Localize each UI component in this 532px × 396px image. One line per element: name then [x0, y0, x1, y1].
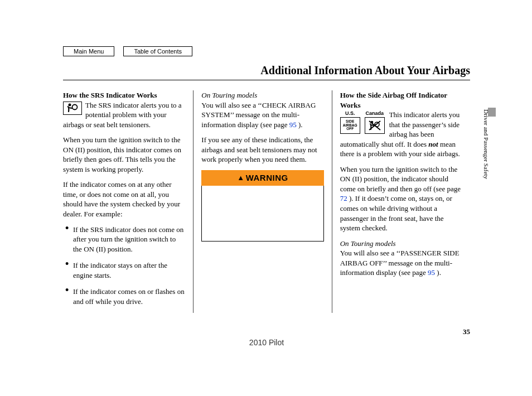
page-title: Additional Information About Your Airbag… [260, 64, 470, 76]
warning-body [201, 186, 323, 242]
list-item: If the indicator comes on or flashes on … [67, 287, 185, 306]
emphasis-not: not [428, 140, 438, 148]
side-airbag-off-canada-icon [365, 117, 385, 134]
touring-note-2: On Touring models [340, 239, 462, 249]
side-airbag-intro: U.S. SIDEAIRBAGOFF Canada [340, 110, 462, 159]
column-1: How the SRS Indicator Works The SRS indi… [63, 90, 193, 313]
page-link-95-b[interactable]: 95 [428, 268, 435, 277]
svg-point-0 [69, 103, 71, 106]
canada-icon-col: Canada [365, 110, 385, 134]
page-link-72[interactable]: 72 [340, 194, 347, 202]
column-3: How the Side Airbag Off Indicator Works … [332, 90, 470, 313]
srs-p3: If the indicator comes on at any other t… [63, 180, 185, 219]
srs-intro: The SRS indicator alerts you to a potent… [63, 100, 185, 130]
column-2: On Touring models You will also see a ‘‘… [193, 90, 331, 313]
touring-note: On Touring models [201, 90, 323, 100]
indications-warning: If you see any of these indications, the… [201, 135, 323, 165]
text-fragment: ). [435, 268, 441, 277]
svg-point-1 [72, 104, 78, 109]
main-menu-button[interactable]: Main Menu [63, 46, 114, 56]
region-icons: U.S. SIDEAIRBAGOFF Canada [340, 110, 385, 134]
us-label: U.S. [345, 110, 355, 117]
list-item: If the SRS indicator does not come on af… [67, 225, 185, 254]
srs-indicator-icon [63, 102, 82, 115]
check-airbag-msg: You will also see a ‘‘CHECK AIRBAG SYSTE… [201, 100, 323, 130]
title-row: Additional Information About Your Airbag… [63, 63, 470, 80]
side-airbag-heading: How the Side Airbag Off Indicator Works [340, 90, 462, 110]
text-fragment: You will also see a ‘‘PASSENGER SIDE AIR… [340, 249, 460, 277]
warning-box: ▲WARNING [201, 170, 323, 242]
content-columns: How the SRS Indicator Works The SRS indi… [63, 90, 470, 313]
srs-examples-list: If the SRS indicator does not come on af… [63, 225, 185, 307]
text-fragment: When you turn the ignition switch to the… [340, 165, 461, 193]
list-item: If the indicator stays on after the engi… [67, 260, 185, 280]
side-airbag-off-us-icon: SIDEAIRBAGOFF [340, 117, 360, 134]
section-tab-label: Driver and Passenger Safety [482, 109, 490, 179]
nav-bar: Main Menu Table of Contents [63, 46, 470, 56]
warning-label: WARNING [246, 173, 288, 182]
page-link-95[interactable]: 95 [289, 120, 297, 129]
passenger-side-msg: You will also see a ‘‘PASSENGER SIDE AIR… [340, 248, 462, 278]
us-icon-col: U.S. SIDEAIRBAGOFF [340, 110, 360, 134]
warning-triangle-icon: ▲ [237, 173, 244, 183]
srs-heading: How the SRS Indicator Works [63, 90, 185, 100]
canada-label: Canada [365, 110, 384, 117]
page-number: 35 [463, 327, 470, 337]
srs-p2: When you turn the ignition switch to the… [63, 135, 185, 174]
vehicle-model-footer: 2010 Pilot [63, 337, 470, 348]
text-fragment: ). If it doesn’t come on, stays on, or c… [340, 194, 452, 232]
text-fragment: ). [297, 120, 303, 129]
warning-header: ▲WARNING [201, 170, 323, 186]
side-airbag-p2: When you turn the ignition switch to the… [340, 165, 462, 233]
toc-button[interactable]: Table of Contents [123, 46, 192, 56]
